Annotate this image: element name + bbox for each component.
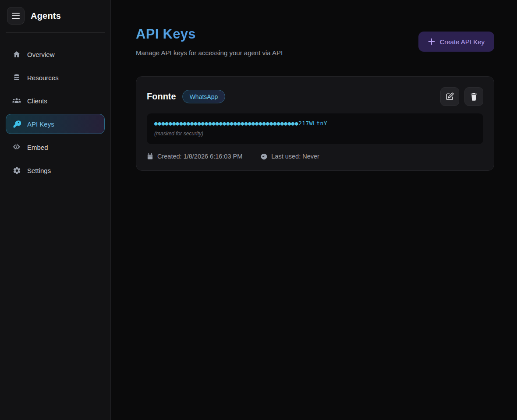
sidebar-item-label: Clients (27, 97, 47, 105)
sidebar-item-label: Embed (27, 144, 48, 151)
create-api-key-button[interactable]: Create API Key (418, 32, 494, 52)
hamburger-menu-button[interactable] (7, 7, 25, 25)
page-title: API Keys (136, 26, 283, 42)
sidebar-item-clients[interactable]: Clients (6, 91, 105, 111)
sidebar-item-resources[interactable]: Resources (6, 67, 105, 88)
key-icon (12, 120, 21, 128)
calendar-icon (147, 153, 153, 160)
sidebar: Agents Overview Resources Clients API K (0, 0, 111, 420)
page-subtitle: Manage API keys for accessing your agent… (136, 49, 283, 56)
page-header: API Keys Manage API keys for accessing y… (136, 26, 494, 56)
hamburger-icon (11, 12, 20, 19)
sidebar-nav: Overview Resources Clients API Keys Embe… (6, 44, 105, 180)
api-key-card-header: Fonnte WhatsApp (147, 87, 483, 106)
created-meta: Created: 1/8/2026 6:16:03 PM (147, 153, 242, 160)
home-icon (12, 50, 21, 59)
app-title: Agents (31, 11, 61, 21)
api-key-meta: Created: 1/8/2026 6:16:03 PM Last used: … (147, 153, 483, 160)
sidebar-item-label: API Keys (27, 120, 54, 128)
masked-key-value: ●●●●●●●●●●●●●●●●●●●●●●●●●●●●●●●●●●●●●●●●… (154, 120, 476, 127)
create-api-key-label: Create API Key (439, 38, 485, 46)
created-label: Created: 1/8/2026 6:16:03 PM (157, 153, 242, 160)
platform-badge: WhatsApp (182, 90, 226, 103)
trash-icon (470, 92, 478, 101)
api-key-card: Fonnte WhatsApp ●●●●●●●●●●●●●●●●●●● (136, 76, 494, 171)
sidebar-item-label: Resources (27, 74, 59, 81)
main-content: API Keys Manage API keys for accessing y… (111, 0, 517, 420)
api-key-actions (440, 87, 483, 106)
sidebar-item-embed[interactable]: Embed (6, 137, 105, 157)
sidebar-item-api-keys[interactable]: API Keys (6, 114, 105, 134)
last-used-meta: Last used: Never (261, 153, 319, 160)
code-icon (12, 143, 21, 152)
masked-key-note: (masked for security) (154, 131, 476, 137)
sidebar-item-overview[interactable]: Overview (6, 44, 105, 64)
edit-api-key-button[interactable] (440, 87, 459, 106)
api-key-name: Fonnte (147, 92, 176, 102)
delete-api-key-button[interactable] (464, 87, 483, 106)
sidebar-divider (6, 32, 105, 33)
clock-icon (261, 153, 267, 160)
database-icon (12, 73, 21, 82)
api-key-title-row: Fonnte WhatsApp (147, 90, 225, 103)
page-header-text: API Keys Manage API keys for accessing y… (136, 26, 283, 56)
plus-icon (428, 38, 435, 45)
masked-key-box: ●●●●●●●●●●●●●●●●●●●●●●●●●●●●●●●●●●●●●●●●… (147, 113, 483, 144)
sidebar-item-settings[interactable]: Settings (6, 160, 105, 180)
users-icon (12, 96, 21, 105)
last-used-label: Last used: Never (271, 153, 319, 160)
gear-icon (12, 166, 21, 175)
sidebar-item-label: Settings (27, 167, 51, 174)
edit-icon (446, 92, 454, 101)
sidebar-item-label: Overview (27, 51, 55, 58)
sidebar-header: Agents (6, 7, 105, 25)
